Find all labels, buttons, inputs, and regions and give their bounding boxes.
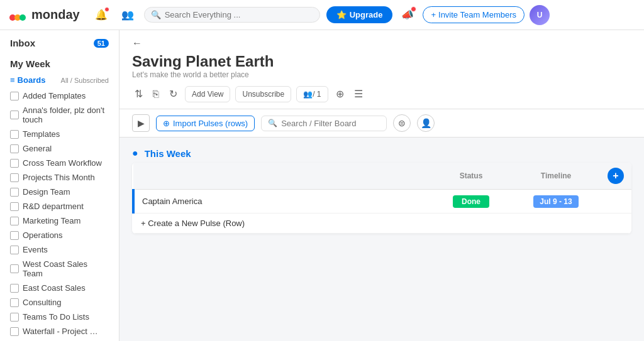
sidebar-item-design-team[interactable]: Design Team <box>0 185 119 199</box>
sidebar-item-projects-month[interactable]: Projects This Month <box>0 170 119 185</box>
table-header: Status Timeline + <box>133 163 631 190</box>
user-avatar[interactable]: U <box>530 5 550 25</box>
sidebar-item-label: General <box>23 144 52 153</box>
add-row[interactable]: + Create a New Pulse (Row) <box>133 214 631 234</box>
add-column-button[interactable]: + <box>608 168 624 184</box>
status-badge[interactable]: Done <box>453 195 489 208</box>
boards-toggle[interactable]: All / Subscribed <box>61 77 109 84</box>
sidebar-item-rnd[interactable]: R&D department <box>0 199 119 214</box>
notifications-button[interactable]: 🔔 <box>91 5 111 25</box>
boards-icon: ≡ <box>10 75 15 85</box>
global-search-input[interactable] <box>165 10 313 19</box>
boards-label[interactable]: ≡ Boards <box>10 75 45 85</box>
sidebar-item-waterfall[interactable]: Waterfall - Project Manage... <box>0 324 119 338</box>
sidebar-item-operations[interactable]: Operations <box>0 228 119 242</box>
import-label: Import Pulses (rows) <box>173 119 248 128</box>
upgrade-button[interactable]: ⭐ Upgrade <box>326 6 393 23</box>
board-icon <box>10 92 19 100</box>
sidebar-item-label: Consulting <box>23 298 61 307</box>
members-button[interactable]: 👥/ 1 <box>296 86 328 102</box>
my-week-section: My Week <box>0 51 119 72</box>
board-title: Saving Planet Earth <box>132 53 631 70</box>
sidebar-item-label: Events <box>23 245 48 254</box>
sidebar-item-label: Added Templates <box>23 91 86 100</box>
monday-logo-icon <box>8 5 28 25</box>
board-toolbar: ⇅ ⎘ ↻ Add View Unsubscribe 👥/ 1 <box>132 85 631 109</box>
boards-header: ≡ Boards All / Subscribed <box>0 72 119 89</box>
upgrade-icon: ⭐ <box>336 10 347 19</box>
task-column-header <box>133 163 430 190</box>
inbox-title[interactable]: Inbox 51 <box>10 38 109 48</box>
my-week-label: My Week <box>10 58 50 69</box>
search-icon: 🔍 <box>268 119 277 127</box>
top-navigation: monday 🔔 👥 🔍 ⭐ Upgrade 📣 + Invite Team M… <box>0 0 644 30</box>
add-row-cell[interactable]: + Create a New Pulse (Row) <box>133 214 631 234</box>
unsubscribe-label: Unsubscribe <box>242 90 284 99</box>
global-search-bar: 🔍 <box>144 7 320 23</box>
board-icon <box>10 144 19 153</box>
board-actions-bar: ▶ ⊕ Import Pulses (rows) 🔍 ⊜ 👤 <box>119 109 644 138</box>
person-filter-button[interactable]: 👤 <box>417 114 435 132</box>
sidebar-item-events[interactable]: Events <box>0 242 119 257</box>
announcement-dot <box>411 7 416 12</box>
unsubscribe-button[interactable]: Unsubscribe <box>235 86 291 102</box>
sidebar-item-west-coast[interactable]: West Coast Sales Team <box>0 257 119 281</box>
add-view-button[interactable]: Add View <box>185 86 230 102</box>
board-icon <box>10 246 19 254</box>
table-body: Captain America Done Jul 9 - 13 + Create… <box>133 190 631 234</box>
status-cell: Done <box>430 190 512 214</box>
sidebar-item-consulting[interactable]: Consulting <box>0 295 119 310</box>
invite-team-button[interactable]: + Invite Team Members <box>423 6 525 23</box>
import-pulses-button[interactable]: ⊕ Import Pulses (rows) <box>156 116 255 131</box>
people-button[interactable]: 👥 <box>118 5 138 25</box>
members-label: 👥/ 1 <box>303 90 321 99</box>
filter-search-input[interactable] <box>281 119 380 128</box>
sidebar-item-label: Anna's folder, plz don't touch <box>23 106 109 124</box>
sidebar-item-label: R&D department <box>23 202 84 211</box>
sidebar-item-label: Projects This Month <box>23 173 95 182</box>
sidebar-item-label: East Coast Sales <box>23 283 86 293</box>
sidebar-item-added-templates[interactable]: Added Templates <box>0 89 119 103</box>
logo: monday <box>8 5 80 25</box>
search-icon: 🔍 <box>151 10 161 19</box>
sidebar-item-label: Design Team <box>23 187 70 197</box>
refresh-button[interactable]: ↻ <box>167 85 180 102</box>
share-button[interactable]: ⊕ <box>333 85 347 102</box>
timeline-badge[interactable]: Jul 9 - 13 <box>533 195 578 208</box>
sidebar-item-teams-todo[interactable]: Teams To Do Lists <box>0 310 119 324</box>
share-icon: ⊕ <box>336 89 344 99</box>
status-column-header: Status <box>430 163 512 190</box>
announcements-button[interactable]: 📣 <box>397 5 418 25</box>
board-icon <box>10 284 19 293</box>
more-options-button[interactable]: ☰ <box>352 85 365 102</box>
copy-button[interactable]: ⎘ <box>150 86 162 102</box>
people-icon: 👥 <box>121 9 134 21</box>
sidebar-item-general[interactable]: General <box>0 141 119 156</box>
sidebar-item-marketing[interactable]: Marketing Team <box>0 214 119 228</box>
svg-point-2 <box>19 14 26 21</box>
my-week-title[interactable]: My Week <box>10 58 109 69</box>
filter-options-button[interactable]: ⊜ <box>393 114 411 132</box>
sidebar-item-agile[interactable]: Agile - Project Management <box>0 338 119 341</box>
back-button[interactable]: ← <box>132 38 142 49</box>
logo-text: monday <box>31 8 80 22</box>
import-icon: ⊕ <box>163 119 170 128</box>
sidebar-item-annas-folder[interactable]: Anna's folder, plz don't touch <box>0 103 119 127</box>
sidebar-item-templates[interactable]: Templates <box>0 127 119 141</box>
sidebar-item-label: Cross Team Workflow <box>23 158 102 168</box>
add-row-label: + Create a New Pulse (Row) <box>141 219 245 228</box>
upgrade-label: Upgrade <box>350 10 383 19</box>
board-table: Status Timeline + Captain America Done <box>132 163 631 234</box>
timeline-cell: Jul 9 - 13 <box>512 190 600 214</box>
inbox-section: Inbox 51 <box>0 30 119 51</box>
megaphone-icon: 📣 <box>401 9 414 21</box>
invite-label: Invite Team Members <box>438 10 516 19</box>
sidebar-item-east-coast[interactable]: East Coast Sales <box>0 281 119 295</box>
board-subtitle: Let's make the world a better place <box>132 70 631 79</box>
sidebar-item-cross-team[interactable]: Cross Team Workflow <box>0 156 119 170</box>
group-toggle-button[interactable]: ● <box>132 148 138 159</box>
refresh-icon: ↻ <box>169 89 177 99</box>
sidebar-item-label: West Coast Sales Team <box>23 259 109 278</box>
toggle-group-button[interactable]: ▶ <box>132 114 150 132</box>
sort-button[interactable]: ⇅ <box>132 85 145 102</box>
